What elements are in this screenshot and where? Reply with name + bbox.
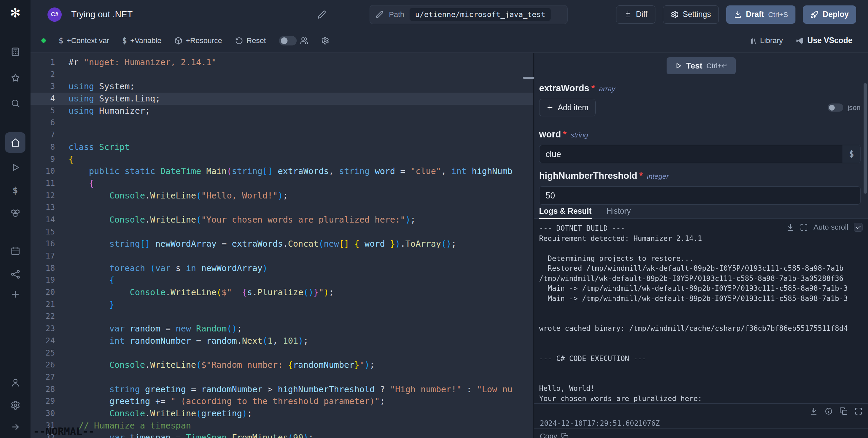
expand-icon[interactable] (800, 223, 808, 231)
code-line-4[interactable]: 4using System.Linq; (31, 93, 533, 105)
tab-logs-result[interactable]: Logs & Result (539, 207, 592, 219)
copy-icon[interactable] (840, 407, 848, 415)
code-editor[interactable]: 1#r "nuget: Humanizer, 2.14.1"23using Sy… (31, 53, 533, 438)
copy-icon (561, 433, 569, 438)
code-line-1[interactable]: 1#r "nuget: Humanizer, 2.14.1" (31, 56, 533, 69)
expand-icon[interactable] (854, 407, 863, 415)
code-line-24[interactable]: 24 int randomNumber = random.Next(1, 101… (31, 335, 533, 347)
variable-picker-button[interactable]: $ (843, 145, 860, 163)
download-icon[interactable] (810, 407, 818, 415)
sidebar-item-variables[interactable]: $ (5, 180, 25, 200)
sidebar-item-schedules[interactable] (5, 241, 25, 261)
threshold-input[interactable] (539, 187, 860, 204)
sidebar-item-flows[interactable] (5, 264, 25, 284)
gear-icon (321, 37, 329, 45)
library-button[interactable]: Library (749, 36, 783, 45)
code-line-32[interactable]: 32 var timespan = TimeSpan.FromMinutes(9… (31, 432, 533, 438)
code-line-3[interactable]: 3using System; (31, 80, 533, 93)
arg-type: string (571, 131, 588, 139)
test-label: Test (686, 61, 703, 71)
calendar-icon (11, 246, 20, 256)
sidebar-item-favorites[interactable] (5, 68, 25, 88)
code-line-18[interactable]: 18 foreach (var s in newWordArray) (31, 262, 533, 274)
line-number: 10 (31, 165, 55, 177)
code-line-21[interactable]: 21 } (31, 299, 533, 311)
deploy-button[interactable]: Deploy (803, 5, 856, 24)
code-line-25[interactable]: 25 (31, 347, 533, 359)
line-content: var random = new Random(); (55, 323, 533, 335)
info-icon[interactable] (825, 407, 833, 415)
result-copy-row[interactable]: Copy (534, 428, 868, 438)
code-line-2[interactable]: 2 (31, 69, 533, 81)
sidebar-item-home[interactable] (5, 132, 25, 153)
code-line-14[interactable]: 14 Console.WriteLine("Your chosen words … (31, 214, 533, 226)
sidebar-item-settings[interactable] (5, 395, 25, 415)
code-line-8[interactable]: 8class Script (31, 141, 533, 153)
code-line-27[interactable]: 27 (31, 371, 533, 383)
line-number: 11 (31, 177, 55, 190)
code-line-30[interactable]: 30 Console.WriteLine(greeting); (31, 407, 533, 420)
code-line-17[interactable]: 17 (31, 250, 533, 262)
path-value[interactable]: u/etienne/microsoft_java_test (410, 8, 551, 21)
add-variable-button[interactable]: $ +Variable (122, 36, 161, 45)
add-resource-button[interactable]: +Resource (174, 36, 222, 45)
editor-settings-button[interactable] (321, 37, 329, 45)
code-line-26[interactable]: 26 Console.WriteLine($"Random number: {r… (31, 359, 533, 371)
use-vscode-button[interactable]: Use VScode (796, 36, 852, 45)
log-lines[interactable]: --- DOTNET BUILD ---Requirement detected… (534, 219, 868, 403)
code-line-23[interactable]: 23 var random = new Random(); (31, 323, 533, 335)
windmill-logo[interactable]: ✻ (0, 5, 31, 21)
code-line-5[interactable]: 5using Humanizer; (31, 105, 533, 117)
code-line-6[interactable]: 6 (31, 117, 533, 129)
edit-title-button[interactable] (317, 10, 326, 19)
sidebar-item-add[interactable] (5, 284, 25, 304)
code-line-7[interactable]: 7 (31, 129, 533, 141)
code-line-10[interactable]: 10 public static DateTime Main(string[] … (31, 165, 533, 177)
users-icon (300, 37, 308, 45)
code-line-16[interactable]: 16 string[] newWordArray = extraWords.Co… (31, 238, 533, 250)
code-line-28[interactable]: 28 string greeting = randomNumber > high… (31, 383, 533, 396)
sidebar-item-resources[interactable] (5, 202, 25, 223)
auto-scroll-checkbox[interactable] (854, 223, 863, 232)
diff-button[interactable]: Diff (616, 5, 655, 24)
settings-button[interactable]: Settings (663, 5, 719, 24)
script-title[interactable]: Trying out .NET (71, 9, 133, 20)
code-line-12[interactable]: 12 Console.WriteLine("Hello, World!"); (31, 190, 533, 202)
json-toggle[interactable] (828, 103, 843, 112)
sidebar-item-account[interactable] (5, 372, 25, 393)
code-line-29[interactable]: 29 greeting += " (according to the thres… (31, 395, 533, 407)
download-icon[interactable] (786, 223, 794, 231)
code-line-20[interactable]: 20 Console.WriteLine($" {s.Pluralize()}"… (31, 286, 533, 299)
code-line-22[interactable]: 22 (31, 310, 533, 323)
sidebar-item-collapse[interactable] (5, 417, 25, 437)
line-content: Console.WriteLine("Your chosen words are… (55, 214, 533, 226)
splitter-handle[interactable] (523, 77, 534, 79)
test-button[interactable]: Test Ctrl+↵ (667, 57, 736, 74)
sidebar-item-search[interactable] (5, 93, 25, 113)
code-line-9[interactable]: 9{ (31, 153, 533, 166)
code-line-13[interactable]: 13 (31, 202, 533, 214)
code-line-11[interactable]: 11 { (31, 177, 533, 190)
panel-scrollbar[interactable] (864, 83, 867, 194)
panel-splitter[interactable] (533, 53, 534, 438)
sidebar-item-apps[interactable] (5, 41, 25, 62)
line-content: { (55, 274, 533, 286)
code-line-15[interactable]: 15 (31, 226, 533, 238)
word-input[interactable] (539, 145, 843, 163)
reset-button[interactable]: Reset (235, 36, 266, 45)
app-sidebar: ✻ $ (0, 0, 31, 438)
code-line-31[interactable]: 31 // Humanize a timespan (31, 420, 533, 432)
tab-history[interactable]: History (607, 207, 631, 218)
collab-toggle[interactable] (279, 36, 297, 45)
path-chip[interactable]: Path u/etienne/microsoft_java_test (370, 5, 568, 24)
log-controls: Auto scroll (784, 223, 863, 232)
add-context-var-button[interactable]: $ +Context var (59, 36, 109, 45)
sidebar-item-runs[interactable] (5, 157, 25, 177)
line-number: 21 (31, 299, 55, 311)
threshold-input-wrapper (539, 186, 861, 205)
arg-extrawords-header: extraWords* array (539, 83, 861, 95)
draft-button[interactable]: Draft Ctrl+S (726, 5, 796, 24)
code-line-19[interactable]: 19 { (31, 274, 533, 286)
line-number: 17 (31, 250, 55, 262)
add-item-button[interactable]: Add item (539, 99, 596, 116)
